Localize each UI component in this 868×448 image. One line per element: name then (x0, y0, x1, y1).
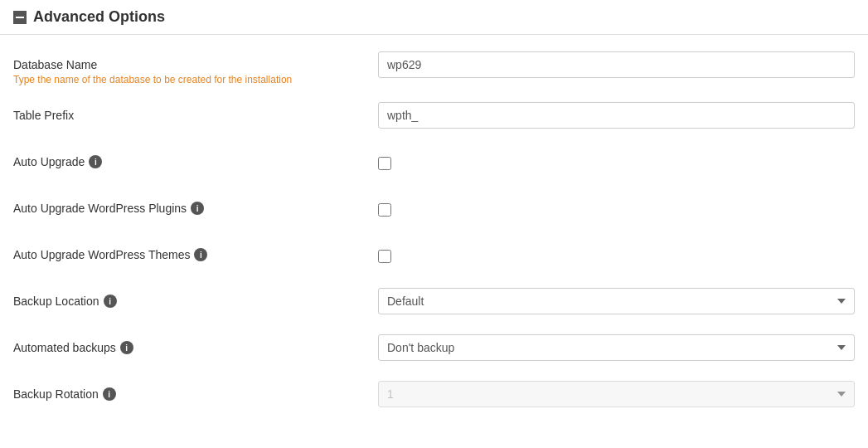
backup-location-label: Backup Location i (13, 295, 378, 308)
auto-upgrade-checkbox[interactable] (378, 157, 391, 170)
minus-square-icon (13, 11, 27, 24)
backup-rotation-label: Backup Rotation i (13, 387, 378, 401)
table-prefix-label-col: Table Prefix (13, 102, 378, 122)
database-name-row: Database Name Type the name of the datab… (13, 51, 855, 85)
table-prefix-row: Table Prefix (13, 102, 855, 132)
auto-upgrade-plugins-checkbox[interactable] (378, 203, 391, 217)
database-name-label: Database Name (13, 58, 378, 71)
auto-upgrade-themes-control (378, 241, 855, 265)
database-name-control (378, 51, 855, 78)
auto-upgrade-plugins-info-icon[interactable]: i (191, 202, 204, 215)
auto-upgrade-label-col: Auto Upgrade i (13, 149, 378, 168)
backup-location-control: Default (378, 288, 855, 314)
auto-upgrade-label: Auto Upgrade i (13, 155, 378, 168)
auto-upgrade-themes-label-col: Auto Upgrade WordPress Themes i (13, 241, 378, 261)
auto-upgrade-plugins-row: Auto Upgrade WordPress Plugins i (13, 195, 855, 225)
backup-rotation-select[interactable]: 1 (378, 381, 855, 407)
backup-location-row: Backup Location i Default (13, 288, 855, 318)
auto-upgrade-row: Auto Upgrade i (13, 149, 855, 178)
automated-backups-label-col: Automated backups i (13, 334, 378, 354)
automated-backups-info-icon[interactable]: i (120, 341, 133, 354)
auto-upgrade-plugins-label: Auto Upgrade WordPress Plugins i (13, 202, 378, 215)
table-prefix-control (378, 102, 855, 129)
database-name-label-col: Database Name Type the name of the datab… (13, 51, 378, 85)
database-name-hint: Type the name of the database to be crea… (13, 74, 378, 85)
header-section: Advanced Options (0, 0, 868, 35)
backup-rotation-control: 1 (378, 381, 855, 407)
backup-location-select[interactable]: Default (378, 288, 855, 314)
backup-location-label-col: Backup Location i (13, 288, 378, 308)
backup-rotation-info-icon[interactable]: i (103, 387, 116, 401)
auto-upgrade-plugins-control (378, 195, 855, 219)
auto-upgrade-themes-label: Auto Upgrade WordPress Themes i (13, 248, 378, 261)
table-prefix-label: Table Prefix (13, 109, 378, 122)
automated-backups-select[interactable]: Don't backup Daily Weekly Monthly (378, 334, 855, 361)
auto-upgrade-control (378, 149, 855, 173)
auto-upgrade-themes-info-icon[interactable]: i (194, 248, 207, 261)
page-title: Advanced Options (33, 8, 165, 26)
backup-rotation-label-col: Backup Rotation i (13, 381, 378, 401)
form-section: Database Name Type the name of the datab… (0, 35, 868, 444)
automated-backups-label: Automated backups i (13, 341, 378, 354)
auto-upgrade-themes-checkbox[interactable] (378, 250, 391, 263)
backup-rotation-row: Backup Rotation i 1 (13, 381, 855, 411)
auto-upgrade-info-icon[interactable]: i (89, 155, 102, 168)
automated-backups-row: Automated backups i Don't backup Daily W… (13, 334, 855, 364)
database-name-input[interactable] (378, 51, 855, 78)
auto-upgrade-plugins-label-col: Auto Upgrade WordPress Plugins i (13, 195, 378, 215)
automated-backups-control: Don't backup Daily Weekly Monthly (378, 334, 855, 361)
page-container: Advanced Options Database Name Type the … (0, 0, 868, 448)
auto-upgrade-themes-row: Auto Upgrade WordPress Themes i (13, 241, 855, 271)
backup-location-info-icon[interactable]: i (104, 295, 117, 308)
table-prefix-input[interactable] (378, 102, 855, 129)
